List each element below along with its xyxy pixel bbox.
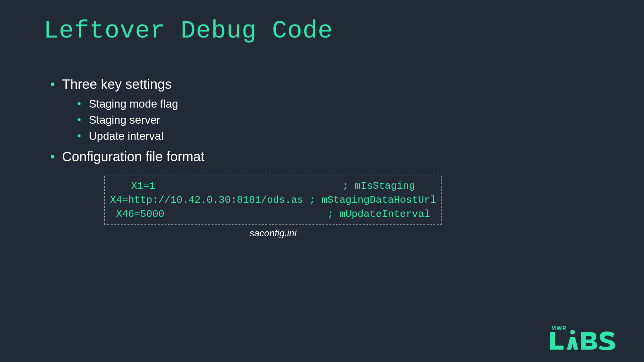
code-line: X4=http://10.42.0.30:8181/ods.as ; mStag… <box>110 194 436 206</box>
sub-bullet-list: Staging mode flag Staging server Update … <box>62 96 600 144</box>
code-line: X1=1 ; mIsStaging <box>131 180 415 192</box>
bullet-text: Three key settings <box>62 77 172 92</box>
logo-bottom-text <box>550 329 624 350</box>
code-section: X1=1 ; mIsStaging X4=http://10.42.0.30:8… <box>104 176 600 239</box>
mwr-labs-logo: MWR <box>550 325 624 350</box>
slide-body: Three key settings Staging mode flag Sta… <box>44 75 600 239</box>
sub-bullet-item: Staging mode flag <box>77 96 600 112</box>
svg-point-0 <box>570 330 575 335</box>
sub-bullet-item: Update interval <box>77 128 600 144</box>
bullet-list: Three key settings Staging mode flag Sta… <box>50 75 600 166</box>
bullet-text: Configuration file format <box>62 149 205 164</box>
code-block: X1=1 ; mIsStaging X4=http://10.42.0.30:8… <box>104 176 442 225</box>
code-caption: saconfig.ini <box>104 228 442 239</box>
bullet-item: Three key settings Staging mode flag Sta… <box>50 75 600 144</box>
slide-content: Leftover Debug Code Three key settings S… <box>0 0 644 255</box>
code-caption-group: X1=1 ; mIsStaging X4=http://10.42.0.30:8… <box>104 176 442 239</box>
bullet-item: Configuration file format <box>50 147 600 166</box>
labs-wordmark-icon <box>550 329 624 350</box>
code-line: X46=5000 ; mUpdateInterval <box>116 208 430 220</box>
slide-title: Leftover Debug Code <box>44 17 600 45</box>
sub-bullet-item: Staging server <box>77 112 600 128</box>
